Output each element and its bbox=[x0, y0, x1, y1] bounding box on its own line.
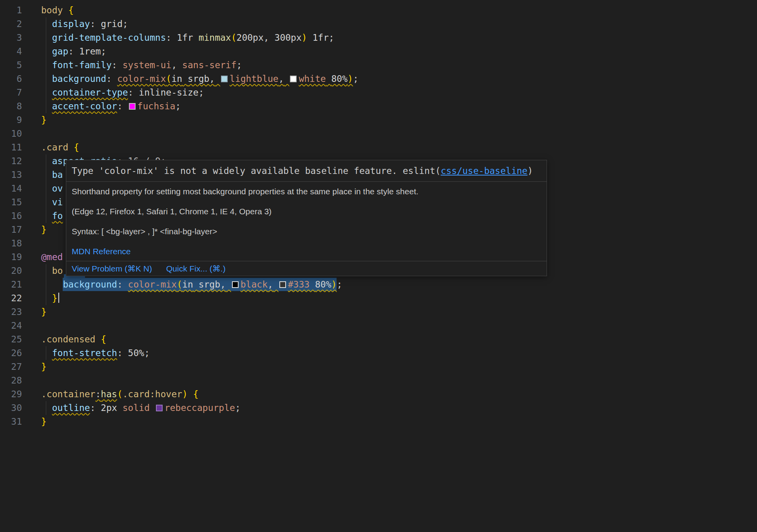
code-line[interactable]: 28 bbox=[0, 374, 757, 387]
code-token: ; bbox=[199, 87, 204, 98]
code-line[interactable]: 1body { bbox=[0, 4, 757, 17]
code-line[interactable]: 4 gap: 1rem; bbox=[0, 45, 757, 58]
line-number[interactable]: 24 bbox=[0, 319, 22, 333]
code-line[interactable]: 26 font-stretch: 50%; bbox=[0, 346, 757, 360]
code-token: in bbox=[182, 278, 193, 291]
code-token bbox=[41, 33, 52, 43]
line-number[interactable]: 21 bbox=[0, 278, 22, 291]
line-number[interactable]: 22 bbox=[0, 291, 22, 305]
code-line[interactable]: 2 display: grid; bbox=[0, 17, 757, 31]
code-token: : bbox=[90, 19, 96, 29]
line-number[interactable]: 20 bbox=[0, 264, 22, 278]
code-token bbox=[41, 101, 52, 111]
line-number[interactable]: 17 bbox=[0, 223, 22, 237]
code-line[interactable]: 31} bbox=[0, 415, 757, 429]
code-token bbox=[68, 142, 74, 152]
line-number[interactable]: 28 bbox=[0, 374, 22, 387]
code-line[interactable]: 27} bbox=[0, 360, 757, 374]
line-number[interactable]: 16 bbox=[0, 209, 22, 223]
color-swatch[interactable] bbox=[232, 281, 239, 288]
eslint-rule-link[interactable]: css/use-baseline bbox=[441, 166, 528, 176]
line-number[interactable]: 9 bbox=[0, 113, 22, 127]
line-number[interactable]: 30 bbox=[0, 401, 22, 415]
code-editor: 1body {2 display: grid;3 grid-template-c… bbox=[0, 0, 757, 532]
code-token: minmax bbox=[199, 33, 231, 43]
code-token bbox=[171, 33, 177, 43]
code-token: ov bbox=[52, 183, 63, 194]
line-number[interactable]: 18 bbox=[0, 237, 22, 250]
code-line[interactable]: 11.card { bbox=[0, 141, 757, 154]
color-swatch[interactable] bbox=[156, 405, 163, 411]
line-number[interactable]: 7 bbox=[0, 86, 22, 100]
browser-support: (Edge 12, Firefox 1, Safari 1, Chrome 1,… bbox=[72, 206, 541, 216]
indent-guide-line bbox=[46, 278, 46, 291]
line-number[interactable]: 13 bbox=[0, 168, 22, 182]
line-number[interactable]: 6 bbox=[0, 72, 22, 86]
code-line[interactable]: 23} bbox=[0, 305, 757, 319]
code-token: container-type bbox=[52, 87, 128, 98]
color-swatch[interactable] bbox=[290, 76, 297, 82]
code-token: 1rem bbox=[79, 46, 101, 56]
code-token: fuchsia bbox=[138, 101, 176, 111]
diagnostic-source-close: ) bbox=[527, 166, 533, 176]
code-token bbox=[41, 74, 52, 84]
code-line[interactable]: 3 grid-template-columns: 1fr minmax(200p… bbox=[0, 31, 757, 45]
code-line[interactable]: 6 background: color-mix(in srgb, lightbl… bbox=[0, 72, 757, 86]
code-token: has bbox=[101, 389, 117, 399]
code-line[interactable]: 5 font-family: system-ui, sans-serif; bbox=[0, 58, 757, 72]
code-token: : bbox=[128, 87, 134, 98]
code-line[interactable]: 21 background: color-mix(in srgb, black,… bbox=[0, 278, 757, 291]
code-token: ; bbox=[101, 46, 106, 56]
code-token: color-mix bbox=[117, 74, 166, 84]
color-swatch[interactable] bbox=[129, 103, 136, 110]
line-number[interactable]: 15 bbox=[0, 195, 22, 209]
code-line[interactable]: 30 outline: 2px solid rebeccapurple; bbox=[0, 401, 757, 415]
color-swatch[interactable] bbox=[221, 76, 228, 82]
code-token bbox=[41, 46, 52, 56]
indent-guide-line bbox=[46, 195, 46, 209]
code-token: :hover bbox=[150, 389, 182, 399]
color-swatch[interactable] bbox=[279, 281, 286, 288]
indent-guide-line bbox=[46, 86, 46, 100]
line-number[interactable]: 14 bbox=[0, 182, 22, 195]
code-line[interactable]: 22 } bbox=[0, 291, 757, 305]
code-token bbox=[41, 156, 52, 166]
view-problem-action[interactable]: View Problem (⌘K N) bbox=[72, 264, 152, 273]
line-number[interactable]: 2 bbox=[0, 17, 22, 31]
code-token bbox=[41, 279, 63, 290]
code-line[interactable]: 25.condensed { bbox=[0, 333, 757, 346]
code-line[interactable]: 24 bbox=[0, 319, 757, 333]
code-line[interactable]: 8 accent-color: fuchsia; bbox=[0, 100, 757, 113]
code-token: 300px bbox=[275, 33, 302, 43]
line-number[interactable]: 3 bbox=[0, 31, 22, 45]
indent-guide-line bbox=[46, 45, 46, 58]
code-line[interactable]: 7 container-type: inline-size; bbox=[0, 86, 757, 100]
line-number[interactable]: 12 bbox=[0, 154, 22, 168]
line-number[interactable]: 23 bbox=[0, 305, 22, 319]
line-number[interactable]: 8 bbox=[0, 100, 22, 113]
line-number[interactable]: 25 bbox=[0, 333, 22, 346]
code-line[interactable]: 9} bbox=[0, 113, 757, 127]
line-number[interactable]: 1 bbox=[0, 4, 22, 17]
code-token bbox=[123, 348, 128, 358]
line-number[interactable]: 4 bbox=[0, 45, 22, 58]
code-token: color-mix bbox=[128, 278, 177, 291]
line-number[interactable]: 29 bbox=[0, 387, 22, 401]
line-number[interactable]: 10 bbox=[0, 127, 22, 141]
line-number[interactable]: 26 bbox=[0, 346, 22, 360]
line-number[interactable]: 27 bbox=[0, 360, 22, 374]
mdn-reference-link[interactable]: MDN Reference bbox=[72, 247, 131, 256]
line-number[interactable]: 19 bbox=[0, 250, 22, 264]
quick-fix-action[interactable]: Quick Fix... (⌘.) bbox=[166, 264, 226, 273]
code-line[interactable]: 10 bbox=[0, 127, 757, 141]
indent-guide-line bbox=[46, 291, 46, 305]
code-token bbox=[117, 60, 123, 70]
line-number[interactable]: 5 bbox=[0, 58, 22, 72]
code-token: 80% bbox=[315, 278, 331, 291]
line-number[interactable]: 11 bbox=[0, 141, 22, 154]
code-line[interactable]: 29.container:has(.card:hover) { bbox=[0, 387, 757, 401]
line-number[interactable]: 31 bbox=[0, 415, 22, 429]
code-token: ; bbox=[235, 403, 241, 413]
indent-guide-line bbox=[46, 100, 46, 113]
code-token: grid-template-columns bbox=[52, 33, 166, 43]
